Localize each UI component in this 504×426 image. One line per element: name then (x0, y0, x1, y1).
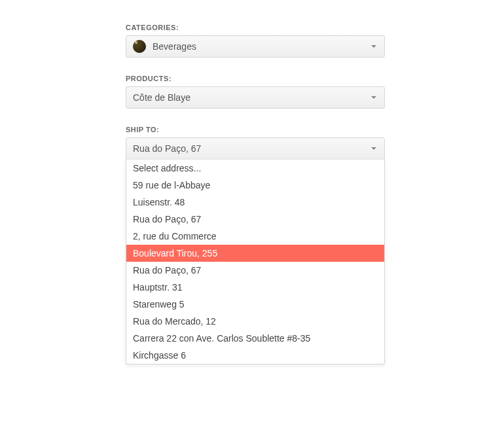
categories-selected-value: Beverages (153, 41, 196, 52)
categories-dropdown: Beverages (126, 35, 385, 58)
beverages-icon (133, 40, 146, 53)
ship-to-option[interactable]: Starenweg 5 (126, 296, 384, 313)
ship-to-option[interactable]: Luisenstr. 48 (126, 194, 384, 211)
ship-to-option[interactable]: Kirchgasse 6 (126, 347, 384, 364)
ship-to-option[interactable]: Carrera 22 con Ave. Carlos Soublette #8-… (126, 330, 384, 347)
ship-to-option[interactable]: Rua do Mercado, 12 (126, 313, 384, 330)
products-trigger[interactable]: Côte de Blaye (126, 86, 385, 109)
chevron-down-icon (371, 96, 376, 99)
products-selected-value: Côte de Blaye (133, 92, 190, 103)
products-label: PRODUCTS: (126, 75, 504, 82)
chevron-down-icon (371, 45, 376, 48)
products-dropdown: Côte de Blaye (126, 86, 385, 109)
categories-trigger[interactable]: Beverages (126, 35, 385, 58)
ship-to-option[interactable]: Rua do Paço, 67 (126, 262, 384, 279)
ship-to-option[interactable]: Select address... (126, 160, 384, 177)
ship-to-selected-value: Rua do Paço, 67 (133, 143, 201, 154)
ship-to-option[interactable]: Hauptstr. 31 (126, 279, 384, 296)
ship-to-option[interactable]: 59 rue de l-Abbaye (126, 177, 384, 194)
chevron-down-icon (371, 147, 376, 150)
ship-to-option[interactable]: Rua do Paço, 67 (126, 211, 384, 228)
categories-label: CATEGORIES: (126, 24, 504, 31)
ship-to-label: SHIP TO: (126, 126, 504, 133)
ship-to-option[interactable]: 2, rue du Commerce (126, 228, 384, 245)
ship-to-options-list: Select address...59 rue de l-AbbayeLuise… (126, 159, 385, 364)
ship-to-trigger[interactable]: Rua do Paço, 67 (126, 137, 385, 160)
ship-to-option[interactable]: Boulevard Tirou, 255 (126, 245, 384, 262)
ship-to-dropdown: Rua do Paço, 67 Select address...59 rue … (126, 137, 385, 160)
